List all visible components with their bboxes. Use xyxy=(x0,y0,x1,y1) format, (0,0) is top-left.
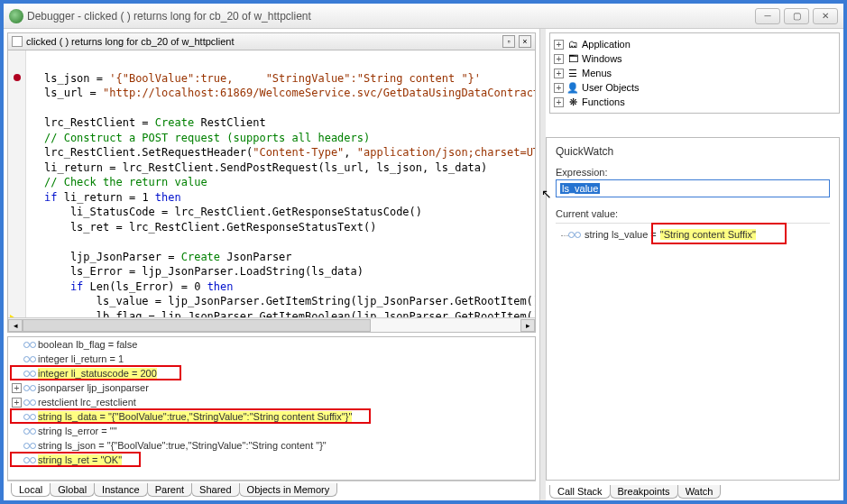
functions-icon: ❋ xyxy=(566,96,579,108)
scroll-left-button[interactable]: ◂ xyxy=(8,319,23,332)
watch-icon xyxy=(23,354,36,363)
code-keyword: if xyxy=(44,191,57,204)
minimize-button[interactable]: ─ xyxy=(755,8,780,24)
code-string: "Content-Type" xyxy=(253,146,344,159)
tab-call-stack[interactable]: Call Stack xyxy=(549,485,611,499)
current-value-row[interactable]: string ls_value = "String content Suffix… xyxy=(556,229,830,240)
watch-icon xyxy=(23,441,36,450)
scroll-track[interactable] xyxy=(23,319,520,332)
watch-icon xyxy=(23,412,36,421)
code-keyword: Create xyxy=(181,251,220,263)
window-controls: ─ ▢ ✕ xyxy=(755,8,838,24)
var-row[interactable]: boolean lb_flag = false xyxy=(38,339,137,350)
code-token: ls_url = xyxy=(44,87,103,99)
object-browser[interactable]: +🗂Application +🗔Windows +☰Menus +👤User O… xyxy=(549,32,840,114)
titlebar: Debugger - clicked ( ) returns long for … xyxy=(4,4,843,29)
expand-toggle[interactable]: + xyxy=(12,383,22,393)
var-row[interactable]: string ls_json = "{"BoolValue":true,"Str… xyxy=(38,440,327,451)
watch-icon xyxy=(23,340,36,349)
var-row[interactable]: integer li_return = 1 xyxy=(38,353,124,364)
tab-parent[interactable]: Parent xyxy=(147,483,192,497)
code-line: ls_ret = lrc_RestClient.GetResponseStatu… xyxy=(44,221,376,234)
var-row-ls-ret[interactable]: string ls_ret = "OK" xyxy=(38,454,122,465)
tree-item-menus[interactable]: Menus xyxy=(582,68,612,78)
current-value-text: "String content Suffix" xyxy=(660,229,756,240)
var-row[interactable]: restclient lrc_restclient xyxy=(38,397,136,408)
watch-icon xyxy=(568,230,581,239)
scroll-right-button[interactable]: ▸ xyxy=(520,319,535,332)
vars-tabs: Local Global Instance Parent Shared Obje… xyxy=(7,481,536,497)
maximize-button[interactable]: ▢ xyxy=(784,8,809,24)
expand-toggle[interactable]: + xyxy=(554,69,564,78)
menus-icon: ☰ xyxy=(566,67,579,79)
expand-toggle[interactable]: + xyxy=(554,83,564,93)
window-title: Debugger - clicked ( ) returns long for … xyxy=(27,10,311,23)
code-token: lrc_RestClient.SetRequestHeader( xyxy=(44,146,253,159)
tree-item-user-objects[interactable]: User Objects xyxy=(582,82,640,93)
code-number: 1 xyxy=(142,191,148,204)
expression-value: ls_value xyxy=(560,183,600,194)
code-keyword: Create xyxy=(155,116,194,129)
tab-instance[interactable]: Instance xyxy=(94,483,148,497)
variables-pane[interactable]: boolean lb_flag = false integer li_retur… xyxy=(7,336,536,481)
code-token: JsonParser xyxy=(220,251,291,263)
code-keyword: then xyxy=(200,280,233,293)
code-keyword: if xyxy=(44,280,83,293)
tab-watch[interactable]: Watch xyxy=(677,485,722,499)
current-value-prefix: string ls_value = xyxy=(585,229,657,240)
code-comment: // Construct a POST request (supports al… xyxy=(44,132,370,144)
code-line: li_return = lrc_RestClient.SendPostReque… xyxy=(44,161,487,174)
var-row-ls-data[interactable]: string ls_data = "{"BoolValue":true,"Str… xyxy=(38,411,352,422)
scroll-thumb[interactable] xyxy=(23,319,371,332)
tab-breakpoints[interactable]: Breakpoints xyxy=(610,485,678,499)
expand-toggle[interactable]: + xyxy=(554,97,564,107)
code-token: lrc_RestClient = xyxy=(44,116,155,129)
application-icon: 🗂 xyxy=(566,38,579,50)
code-gutter[interactable] xyxy=(8,50,26,332)
var-row-li-statuscode[interactable]: integer li_statuscode = 200 xyxy=(38,368,157,379)
doc-restore-button[interactable]: ▫ xyxy=(502,35,515,48)
tab-local[interactable]: Local xyxy=(11,483,51,497)
close-button[interactable]: ✕ xyxy=(813,8,838,24)
tree-item-application[interactable]: Application xyxy=(582,39,631,50)
code-token: , xyxy=(344,146,356,159)
tab-shared[interactable]: Shared xyxy=(191,483,239,497)
debugger-icon xyxy=(9,9,23,23)
code-body[interactable]: ls_json = '{"BoolValue":true, "StringVal… xyxy=(26,50,535,317)
var-row[interactable]: jsonparser ljp_jsonparser xyxy=(38,382,149,393)
cursor-arrow-icon: ↖ xyxy=(541,187,552,201)
code-token: RestClient xyxy=(194,116,265,129)
code-token: ls_value = ljp_JsonParser.GetItemString(… xyxy=(44,295,535,307)
watch-icon xyxy=(23,369,36,378)
code-keyword: then xyxy=(149,191,181,204)
watch-icon xyxy=(23,383,36,392)
watch-icon xyxy=(23,455,36,464)
tab-global[interactable]: Global xyxy=(50,483,95,497)
watch-icon xyxy=(23,398,36,407)
watch-icon xyxy=(23,426,36,435)
code-token: Len(ls_Error) = xyxy=(83,280,194,293)
code-token: ls_json = xyxy=(44,72,109,85)
expression-input[interactable]: ls_value xyxy=(556,179,830,197)
code-token: li_return = xyxy=(57,191,142,204)
tree-item-functions[interactable]: Functions xyxy=(582,96,625,107)
expression-label: Expression: xyxy=(556,167,830,178)
tree-item-windows[interactable]: Windows xyxy=(582,53,622,64)
document-caption: clicked ( ) returns long for cb_20 of w_… xyxy=(26,36,235,47)
expand-toggle[interactable]: + xyxy=(554,40,564,50)
expand-toggle[interactable]: + xyxy=(12,398,22,408)
expand-toggle[interactable]: + xyxy=(554,54,564,64)
doc-close-button[interactable]: × xyxy=(519,35,531,48)
quickwatch-title: QuickWatch xyxy=(556,145,830,158)
right-tabs: Call Stack Breakpoints Watch xyxy=(549,482,840,499)
current-value-label: Current value: xyxy=(556,208,830,219)
tab-objects-in-memory[interactable]: Objects in Memory xyxy=(239,483,338,497)
user-objects-icon: 👤 xyxy=(566,81,579,94)
code-line: ls_Error = ljp_JsonParser.LoadString(ls_… xyxy=(44,265,364,278)
code-string: "http://localhost:61869/WelcomeService.s… xyxy=(103,87,535,99)
var-row[interactable]: string ls_error = "" xyxy=(38,426,117,436)
code-editor[interactable]: ls_json = '{"BoolValue":true, "StringVal… xyxy=(7,50,536,333)
breakpoint-marker[interactable] xyxy=(14,74,21,81)
code-line: li_StatusCode = lrc_RestClient.GetRespon… xyxy=(44,206,422,218)
hscrollbar[interactable]: ◂ ▸ xyxy=(8,317,535,332)
